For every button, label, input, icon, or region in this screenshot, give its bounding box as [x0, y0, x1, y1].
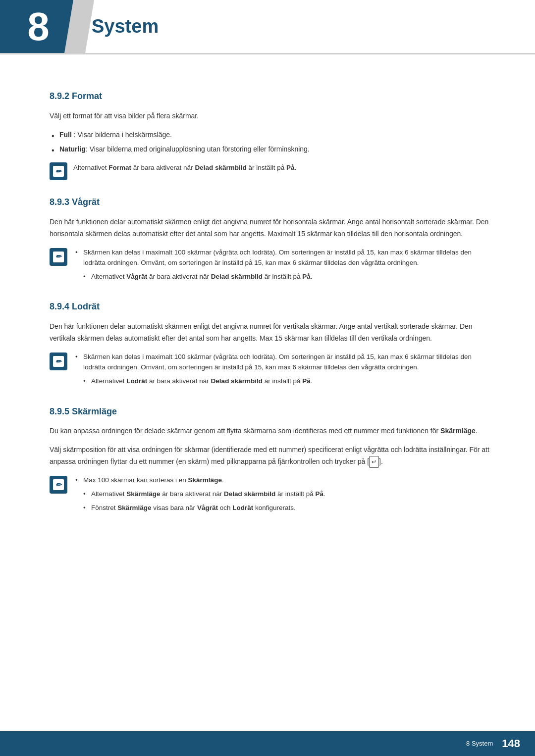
sub-bullet-894-1-text: Skärmen kan delas i maximalt 100 skärmar…	[83, 353, 472, 371]
pencil-icon-893: ✏	[55, 251, 61, 262]
page-footer: 8 System 148	[0, 731, 535, 756]
intro-894: Den här funktionen delar automatiskt skä…	[50, 321, 495, 345]
section-893: 8.9.3 Vågrät Den här funktionen delar au…	[50, 195, 495, 285]
heading-894: 8.9.4 Lodrät	[50, 300, 495, 314]
note-icon-892: ✏	[50, 162, 67, 180]
note-icon-inner-895: ✏	[53, 479, 64, 490]
note-bullets-895: Max 100 skärmar kan sorteras i en Skärml…	[73, 475, 495, 516]
heading-895-text: 8.9.5 Skärmläge	[50, 406, 117, 416]
main-content: 8.9.2 Format Välj ett format för att vis…	[0, 54, 535, 543]
note-icon-894: ✏	[50, 353, 67, 370]
header-title-area: System	[77, 0, 535, 53]
sub-bullets-893: Skärmen kan delas i maximalt 100 skärmar…	[73, 247, 495, 282]
note-icon-inner-893: ✏	[53, 252, 64, 262]
sub-bullet-893-1-text: Skärmen kan delas i maximalt 100 skärmar…	[83, 249, 472, 267]
note-894: ✏ Skärmen kan delas i maximalt 100 skärm…	[50, 352, 495, 390]
chapter-number-block: 8	[0, 0, 77, 53]
note-bullets-893: Skärmen kan delas i maximalt 100 skärmar…	[73, 247, 495, 285]
heading-892: 8.9.2 Format	[50, 89, 495, 103]
sub-bullet-894-2: Alternativet Lodrät är bara aktiverat nä…	[73, 376, 495, 387]
note-893-delad: Delad skärmbild	[211, 273, 263, 280]
footer-page-number: 148	[502, 735, 520, 752]
note-894-pa: På	[302, 377, 311, 385]
sub-bullet-893-1: Skärmen kan delas i maximalt 100 skärmar…	[73, 247, 495, 268]
intro-893: Den här funktionen delar automatiskt skä…	[50, 216, 495, 240]
bullet-892-1: Full : Visar bilderna i helskärmsläge.	[50, 129, 495, 141]
intro-895-1: Du kan anpassa ordningen för delade skär…	[50, 425, 495, 437]
heading-894-text: 8.9.4 Lodrät	[50, 302, 100, 311]
note-icon-inner-894: ✏	[53, 356, 64, 367]
bullet-892-2-text: : Visar bilderna med originalupplösning …	[86, 145, 310, 153]
bullets-892: Full : Visar bilderna i helskärmsläge. N…	[50, 129, 495, 156]
pencil-icon-892: ✏	[55, 166, 61, 177]
note-content-892: Alternativet Format är bara aktiverat nä…	[73, 162, 495, 173]
sub-bullet-895-2: Alternativet Skärmläge är bara aktiverat…	[73, 489, 495, 500]
note-894-lodrat: Lodrät	[126, 377, 147, 385]
note-893: ✏ Skärmen kan delas i maximalt 100 skärm…	[50, 247, 495, 285]
section-895: 8.9.5 Skärmläge Du kan anpassa ordningen…	[50, 404, 495, 516]
section-892: 8.9.2 Format Välj ett format för att vis…	[50, 89, 495, 180]
sub-bullet-893-2: Alternativet Vågrät är bara aktiverat nä…	[73, 271, 495, 282]
heading-893: 8.9.3 Vågrät	[50, 195, 495, 209]
note-894-delad: Delad skärmbild	[211, 377, 263, 385]
section-894: 8.9.4 Lodrät Den här funktionen delar au…	[50, 300, 495, 389]
intro-892: Välj ett format för att visa bilder på f…	[50, 110, 495, 122]
note-icon-inner-892: ✏	[53, 166, 64, 177]
pencil-icon-895: ✏	[55, 479, 61, 490]
sub-bullets-894: Skärmen kan delas i maximalt 100 skärmar…	[73, 352, 495, 387]
note-893-pa: På	[302, 273, 311, 280]
note-892-pa: På	[286, 164, 295, 171]
heading-895: 8.9.5 Skärmläge	[50, 404, 495, 419]
note-895-skarmläge1: Skärmläge	[188, 476, 222, 484]
footer-right: 8 System 148	[466, 735, 520, 752]
note-892-delad: Delad skärmbild	[195, 164, 246, 171]
note-892: ✏ Alternativet Format är bara aktiverat …	[50, 162, 495, 180]
bullet-892-2-bold: Naturlig	[59, 145, 86, 153]
note-892-format: Format	[108, 164, 131, 171]
sub-bullet-894-1: Skärmen kan delas i maximalt 100 skärmar…	[73, 352, 495, 373]
skarmläge-ref-1: Skärmläge	[440, 427, 476, 435]
note-icon-895: ✏	[50, 476, 67, 494]
intro-895-2: Välj skärmposition för att visa ordninge…	[50, 444, 495, 468]
chapter-title: System	[92, 11, 159, 42]
note-893-vagrat: Vågrät	[126, 273, 147, 280]
note-icon-893: ✏	[50, 248, 67, 266]
page-wrapper: 8 System 8.9.2 Format Välj ett format fö…	[0, 0, 535, 756]
note-895-delad: Delad skärmbild	[224, 490, 275, 498]
pencil-icon-894: ✏	[55, 356, 61, 367]
bullet-892-1-text: : Visar bilderna i helskärmsläge.	[72, 131, 172, 139]
note-895: ✏ Max 100 skärmar kan sorteras i en Skär…	[50, 475, 495, 516]
heading-893-text: 8.9.3 Vågrät	[50, 197, 100, 207]
heading-892-text: 8.9.2 Format	[50, 91, 102, 101]
note-895-vagrat: Vågrät	[197, 504, 218, 511]
note-895-skarmläge2: Skärmläge	[126, 490, 160, 498]
enter-key-icon: ↵	[369, 456, 379, 468]
chapter-number: 8	[27, 7, 50, 47]
bullet-892-1-bold: Full	[59, 131, 72, 139]
note-895-lodrat: Lodrät	[232, 504, 253, 511]
note-895-pa: På	[316, 490, 324, 498]
sub-bullets-895: Max 100 skärmar kan sorteras i en Skärml…	[73, 475, 495, 513]
note-895-skarmläge3: Skärmläge	[117, 504, 151, 511]
page-header: 8 System	[0, 0, 535, 54]
footer-chapter-label: 8 System	[466, 739, 493, 749]
note-bullets-894: Skärmen kan delas i maximalt 100 skärmar…	[73, 352, 495, 390]
bullet-892-2: Naturlig: Visar bilderna med originalupp…	[50, 144, 495, 155]
sub-bullet-895-1: Max 100 skärmar kan sorteras i en Skärml…	[73, 475, 495, 486]
sub-bullet-895-3: Fönstret Skärmläge visas bara när Vågrät…	[73, 503, 495, 513]
